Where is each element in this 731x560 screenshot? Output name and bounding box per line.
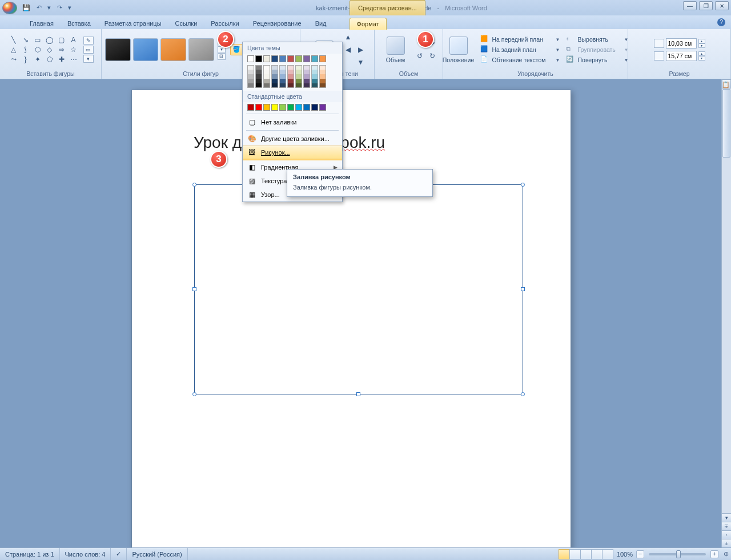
resize-handle-l[interactable] (192, 287, 196, 291)
tab-format[interactable]: Формат (350, 18, 387, 30)
color-swatch[interactable] (263, 79, 270, 83)
zoom-in-button[interactable]: + (710, 550, 718, 558)
shape-brace-icon[interactable]: } (20, 55, 31, 64)
shape-rect-icon[interactable]: ▭ (32, 35, 43, 45)
shape-triangle-icon[interactable]: △ (8, 45, 19, 54)
qat-undo-drop-icon[interactable]: ▾ (46, 2, 53, 14)
color-swatch[interactable] (263, 83, 270, 88)
color-swatch[interactable] (247, 55, 254, 62)
status-page[interactable]: Страница: 1 из 1 (0, 548, 60, 560)
3d-effects-button[interactable]: Объем (380, 31, 412, 68)
color-swatch[interactable] (263, 55, 270, 62)
align-button[interactable]: ⫞Выровнять▼ (566, 35, 629, 44)
nudge-left-icon[interactable]: ◀ (343, 44, 354, 55)
color-swatch[interactable] (311, 65, 318, 70)
color-swatch[interactable] (255, 83, 262, 88)
prev-page-icon[interactable]: ∓ (722, 522, 731, 530)
color-swatch[interactable] (311, 55, 318, 62)
color-swatch[interactable] (287, 74, 294, 79)
color-swatch[interactable] (319, 104, 326, 111)
color-swatch[interactable] (311, 70, 318, 74)
shape-line-icon[interactable]: ╲ (8, 35, 19, 45)
shape-arrowblock-icon[interactable]: ⇨ (56, 45, 67, 54)
qat-save-icon[interactable]: 💾 (21, 2, 32, 14)
color-swatch[interactable] (247, 104, 254, 111)
color-swatch[interactable] (295, 74, 302, 79)
resize-handle-bl[interactable] (192, 392, 196, 396)
qat-redo-icon[interactable]: ↷ (54, 2, 65, 14)
zoom-level[interactable]: 100% (617, 551, 633, 558)
shape-textbox-icon[interactable]: A (68, 35, 79, 45)
tab-references[interactable]: Ссылки (168, 18, 204, 29)
status-proofing[interactable]: ✓ (111, 548, 127, 560)
picture-fill-item[interactable]: 🖼Рисунок... (243, 146, 342, 159)
close-button[interactable]: ✕ (715, 1, 729, 10)
shape-more-icon[interactable]: ⋯ (68, 55, 79, 64)
color-swatch[interactable] (311, 74, 318, 79)
tab-home[interactable]: Главная (23, 18, 61, 29)
view-draft-icon[interactable] (602, 549, 613, 559)
chevron-down-icon[interactable]: ▼ (556, 47, 560, 53)
next-page-icon[interactable]: ± (722, 539, 731, 547)
tab-mailings[interactable]: Рассылки (204, 18, 246, 29)
tilt-right-icon[interactable]: ↻ (427, 50, 438, 62)
color-swatch[interactable] (279, 74, 286, 79)
chevron-down-icon[interactable]: ▼ (556, 37, 560, 42)
view-full-screen-icon[interactable] (569, 549, 581, 559)
color-swatch[interactable] (255, 65, 262, 70)
color-swatch[interactable] (287, 70, 294, 74)
zoom-out-button[interactable]: − (636, 550, 644, 558)
zoom-slider-thumb[interactable] (676, 550, 681, 558)
shape-callout-icon[interactable]: ✦ (32, 55, 43, 64)
color-swatch[interactable] (279, 79, 286, 83)
color-swatch[interactable] (279, 55, 286, 62)
color-swatch[interactable] (311, 79, 318, 83)
height-input[interactable] (666, 38, 697, 49)
more-fill-colors-item[interactable]: 🎨Другие цвета заливки... (243, 132, 342, 146)
edit-shape-icon[interactable]: ✎ (83, 37, 94, 45)
color-swatch[interactable] (319, 70, 326, 74)
color-swatch[interactable] (287, 65, 294, 70)
width-input[interactable] (666, 51, 697, 61)
status-language[interactable]: Русский (Россия) (127, 548, 187, 560)
status-word-count[interactable]: Число слов: 4 (60, 548, 111, 560)
color-swatch[interactable] (295, 65, 302, 70)
tab-review[interactable]: Рецензирование (246, 18, 308, 29)
color-swatch[interactable] (279, 65, 286, 70)
color-swatch[interactable] (271, 65, 278, 70)
group-button[interactable]: ⧉Группировать▼ (566, 45, 629, 54)
color-swatch[interactable] (247, 74, 254, 79)
color-swatch[interactable] (311, 104, 318, 111)
color-swatch[interactable] (303, 55, 310, 62)
scroll-down-icon[interactable]: ▾ (722, 513, 731, 522)
rotate-button[interactable]: 🔄Повернуть▼ (566, 55, 629, 65)
color-swatch[interactable] (247, 83, 254, 88)
color-swatch[interactable] (271, 83, 278, 88)
height-up-icon[interactable]: ▴ (698, 39, 705, 43)
clipboard-pane-icon[interactable]: 📋 (722, 81, 730, 89)
color-swatch[interactable] (319, 55, 326, 62)
shape-oval-icon[interactable]: ◯ (44, 35, 55, 45)
selected-rectangle-shape[interactable] (194, 184, 523, 394)
color-swatch[interactable] (295, 83, 302, 88)
color-swatch[interactable] (279, 83, 286, 88)
color-swatch[interactable] (263, 74, 270, 79)
color-swatch[interactable] (319, 79, 326, 83)
document-viewport[interactable]: Урок для сайта compok.ru (0, 79, 721, 547)
vertical-scrollbar[interactable]: ▴ ▾ ∓ ◦ ± (721, 79, 731, 547)
help-icon[interactable]: ? (717, 18, 725, 26)
position-button[interactable]: Положение (443, 31, 475, 68)
color-swatch[interactable] (319, 74, 326, 79)
document-page[interactable]: Урок для сайта compok.ru (131, 90, 571, 547)
color-swatch[interactable] (303, 83, 310, 88)
color-swatch[interactable] (295, 55, 302, 62)
shape-freeform-icon[interactable]: ⬡ (32, 45, 43, 54)
color-swatch[interactable] (287, 79, 294, 83)
shape-plus-icon[interactable]: ✚ (56, 55, 67, 64)
color-swatch[interactable] (247, 65, 254, 70)
color-swatch[interactable] (303, 65, 310, 70)
browse-object-icon[interactable]: ◦ (722, 530, 731, 539)
view-print-layout-icon[interactable] (559, 549, 570, 559)
color-swatch[interactable] (263, 65, 270, 70)
shape-roundrect-icon[interactable]: ▢ (56, 35, 67, 45)
